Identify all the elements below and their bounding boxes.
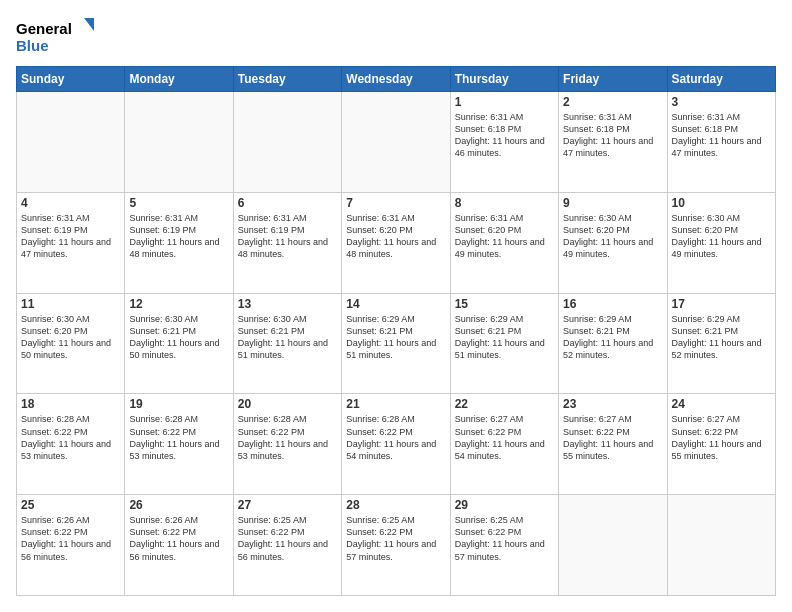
day-info: Sunrise: 6:31 AM Sunset: 6:20 PM Dayligh… <box>346 212 445 261</box>
cell-w3-d2: 12Sunrise: 6:30 AM Sunset: 6:21 PM Dayli… <box>125 293 233 394</box>
col-header-friday: Friday <box>559 67 667 92</box>
day-info: Sunrise: 6:25 AM Sunset: 6:22 PM Dayligh… <box>455 514 554 563</box>
day-info: Sunrise: 6:31 AM Sunset: 6:19 PM Dayligh… <box>238 212 337 261</box>
day-info: Sunrise: 6:25 AM Sunset: 6:22 PM Dayligh… <box>346 514 445 563</box>
day-number: 18 <box>21 397 120 411</box>
cell-w4-d4: 21Sunrise: 6:28 AM Sunset: 6:22 PM Dayli… <box>342 394 450 495</box>
day-number: 19 <box>129 397 228 411</box>
cell-w3-d4: 14Sunrise: 6:29 AM Sunset: 6:21 PM Dayli… <box>342 293 450 394</box>
cell-w1-d1 <box>17 92 125 193</box>
col-header-tuesday: Tuesday <box>233 67 341 92</box>
cell-w5-d3: 27Sunrise: 6:25 AM Sunset: 6:22 PM Dayli… <box>233 495 341 596</box>
page: General Blue SundayMondayTuesdayWednesda… <box>0 0 792 612</box>
day-info: Sunrise: 6:28 AM Sunset: 6:22 PM Dayligh… <box>346 413 445 462</box>
week-row-5: 25Sunrise: 6:26 AM Sunset: 6:22 PM Dayli… <box>17 495 776 596</box>
day-number: 7 <box>346 196 445 210</box>
day-number: 11 <box>21 297 120 311</box>
cell-w3-d1: 11Sunrise: 6:30 AM Sunset: 6:20 PM Dayli… <box>17 293 125 394</box>
day-number: 16 <box>563 297 662 311</box>
day-number: 6 <box>238 196 337 210</box>
cell-w1-d4 <box>342 92 450 193</box>
day-number: 14 <box>346 297 445 311</box>
col-header-saturday: Saturday <box>667 67 775 92</box>
day-number: 8 <box>455 196 554 210</box>
logo-svg: General Blue <box>16 16 96 56</box>
day-info: Sunrise: 6:31 AM Sunset: 6:19 PM Dayligh… <box>21 212 120 261</box>
day-number: 20 <box>238 397 337 411</box>
day-info: Sunrise: 6:26 AM Sunset: 6:22 PM Dayligh… <box>129 514 228 563</box>
cell-w1-d5: 1Sunrise: 6:31 AM Sunset: 6:18 PM Daylig… <box>450 92 558 193</box>
day-info: Sunrise: 6:31 AM Sunset: 6:18 PM Dayligh… <box>563 111 662 160</box>
calendar-table: SundayMondayTuesdayWednesdayThursdayFrid… <box>16 66 776 596</box>
day-number: 17 <box>672 297 771 311</box>
cell-w3-d7: 17Sunrise: 6:29 AM Sunset: 6:21 PM Dayli… <box>667 293 775 394</box>
cell-w5-d5: 29Sunrise: 6:25 AM Sunset: 6:22 PM Dayli… <box>450 495 558 596</box>
cell-w4-d5: 22Sunrise: 6:27 AM Sunset: 6:22 PM Dayli… <box>450 394 558 495</box>
cell-w1-d3 <box>233 92 341 193</box>
day-info: Sunrise: 6:30 AM Sunset: 6:20 PM Dayligh… <box>21 313 120 362</box>
cell-w4-d1: 18Sunrise: 6:28 AM Sunset: 6:22 PM Dayli… <box>17 394 125 495</box>
col-header-wednesday: Wednesday <box>342 67 450 92</box>
cell-w5-d7 <box>667 495 775 596</box>
day-info: Sunrise: 6:30 AM Sunset: 6:21 PM Dayligh… <box>238 313 337 362</box>
svg-marker-2 <box>84 18 94 31</box>
day-number: 4 <box>21 196 120 210</box>
cell-w1-d6: 2Sunrise: 6:31 AM Sunset: 6:18 PM Daylig… <box>559 92 667 193</box>
col-header-thursday: Thursday <box>450 67 558 92</box>
day-number: 12 <box>129 297 228 311</box>
cell-w2-d6: 9Sunrise: 6:30 AM Sunset: 6:20 PM Daylig… <box>559 192 667 293</box>
cell-w2-d7: 10Sunrise: 6:30 AM Sunset: 6:20 PM Dayli… <box>667 192 775 293</box>
day-number: 29 <box>455 498 554 512</box>
day-number: 1 <box>455 95 554 109</box>
cell-w4-d2: 19Sunrise: 6:28 AM Sunset: 6:22 PM Dayli… <box>125 394 233 495</box>
logo: General Blue <box>16 16 96 56</box>
week-row-1: 1Sunrise: 6:31 AM Sunset: 6:18 PM Daylig… <box>17 92 776 193</box>
day-number: 25 <box>21 498 120 512</box>
day-number: 23 <box>563 397 662 411</box>
svg-text:Blue: Blue <box>16 37 49 54</box>
week-row-2: 4Sunrise: 6:31 AM Sunset: 6:19 PM Daylig… <box>17 192 776 293</box>
day-number: 9 <box>563 196 662 210</box>
day-info: Sunrise: 6:27 AM Sunset: 6:22 PM Dayligh… <box>455 413 554 462</box>
cell-w1-d2 <box>125 92 233 193</box>
day-info: Sunrise: 6:30 AM Sunset: 6:20 PM Dayligh… <box>563 212 662 261</box>
svg-text:General: General <box>16 20 72 37</box>
day-number: 28 <box>346 498 445 512</box>
cell-w5-d6 <box>559 495 667 596</box>
day-number: 13 <box>238 297 337 311</box>
day-info: Sunrise: 6:25 AM Sunset: 6:22 PM Dayligh… <box>238 514 337 563</box>
day-info: Sunrise: 6:26 AM Sunset: 6:22 PM Dayligh… <box>21 514 120 563</box>
week-row-3: 11Sunrise: 6:30 AM Sunset: 6:20 PM Dayli… <box>17 293 776 394</box>
day-info: Sunrise: 6:31 AM Sunset: 6:20 PM Dayligh… <box>455 212 554 261</box>
header: General Blue <box>16 16 776 56</box>
day-number: 22 <box>455 397 554 411</box>
day-info: Sunrise: 6:31 AM Sunset: 6:18 PM Dayligh… <box>455 111 554 160</box>
cell-w4-d3: 20Sunrise: 6:28 AM Sunset: 6:22 PM Dayli… <box>233 394 341 495</box>
day-number: 26 <box>129 498 228 512</box>
day-info: Sunrise: 6:28 AM Sunset: 6:22 PM Dayligh… <box>238 413 337 462</box>
col-header-sunday: Sunday <box>17 67 125 92</box>
day-info: Sunrise: 6:29 AM Sunset: 6:21 PM Dayligh… <box>346 313 445 362</box>
day-number: 24 <box>672 397 771 411</box>
day-info: Sunrise: 6:27 AM Sunset: 6:22 PM Dayligh… <box>563 413 662 462</box>
cell-w5-d4: 28Sunrise: 6:25 AM Sunset: 6:22 PM Dayli… <box>342 495 450 596</box>
day-info: Sunrise: 6:31 AM Sunset: 6:18 PM Dayligh… <box>672 111 771 160</box>
cell-w2-d1: 4Sunrise: 6:31 AM Sunset: 6:19 PM Daylig… <box>17 192 125 293</box>
day-number: 10 <box>672 196 771 210</box>
day-info: Sunrise: 6:29 AM Sunset: 6:21 PM Dayligh… <box>563 313 662 362</box>
day-info: Sunrise: 6:31 AM Sunset: 6:19 PM Dayligh… <box>129 212 228 261</box>
cell-w2-d3: 6Sunrise: 6:31 AM Sunset: 6:19 PM Daylig… <box>233 192 341 293</box>
cell-w4-d7: 24Sunrise: 6:27 AM Sunset: 6:22 PM Dayli… <box>667 394 775 495</box>
cell-w2-d2: 5Sunrise: 6:31 AM Sunset: 6:19 PM Daylig… <box>125 192 233 293</box>
day-info: Sunrise: 6:29 AM Sunset: 6:21 PM Dayligh… <box>455 313 554 362</box>
day-info: Sunrise: 6:28 AM Sunset: 6:22 PM Dayligh… <box>21 413 120 462</box>
day-info: Sunrise: 6:30 AM Sunset: 6:21 PM Dayligh… <box>129 313 228 362</box>
day-number: 3 <box>672 95 771 109</box>
col-header-monday: Monday <box>125 67 233 92</box>
day-number: 27 <box>238 498 337 512</box>
day-info: Sunrise: 6:29 AM Sunset: 6:21 PM Dayligh… <box>672 313 771 362</box>
cell-w2-d4: 7Sunrise: 6:31 AM Sunset: 6:20 PM Daylig… <box>342 192 450 293</box>
day-number: 15 <box>455 297 554 311</box>
day-info: Sunrise: 6:30 AM Sunset: 6:20 PM Dayligh… <box>672 212 771 261</box>
cell-w3-d5: 15Sunrise: 6:29 AM Sunset: 6:21 PM Dayli… <box>450 293 558 394</box>
